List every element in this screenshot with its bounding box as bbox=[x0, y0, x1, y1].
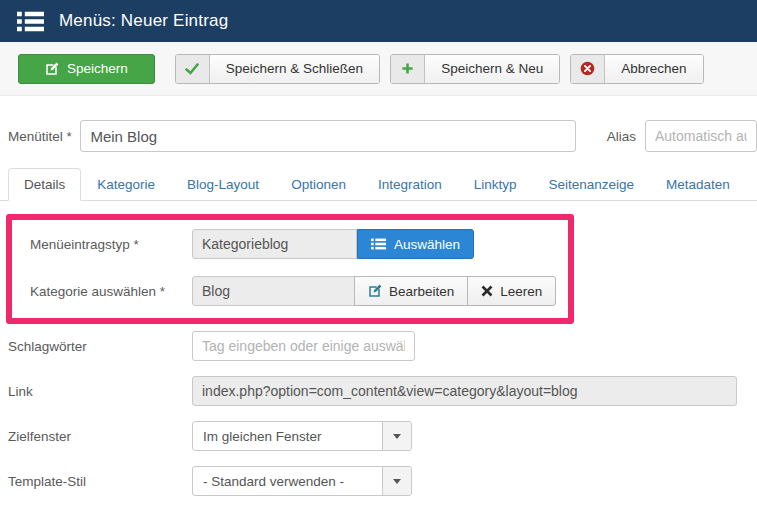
edit-button-label: Bearbeiten bbox=[389, 284, 454, 299]
tags-label: Schlagwörter bbox=[8, 339, 192, 354]
tab-bar: Details Kategorie Blog-Layout Optionen I… bbox=[0, 168, 757, 201]
save-button-label: Speichern bbox=[67, 61, 128, 76]
page-title: Menüs: Neuer Eintrag bbox=[59, 11, 228, 31]
menu-item-type-input bbox=[192, 229, 357, 259]
template-style-value: - Standard verwenden - bbox=[193, 474, 382, 489]
cancel-icon bbox=[571, 55, 605, 83]
menu-title-label: Menütitel * bbox=[8, 129, 80, 144]
tab-metadaten[interactable]: Metadaten bbox=[650, 168, 746, 201]
save-new-label: Speichern & Neu bbox=[425, 55, 559, 83]
menu-item-type-label: Menüeintragstyp * bbox=[30, 237, 192, 252]
menu-item-type-row: Menüeintragstyp * Auswählen bbox=[30, 229, 568, 259]
plus-icon bbox=[391, 55, 425, 83]
save-new-button[interactable]: Speichern & Neu bbox=[390, 54, 560, 84]
template-style-select[interactable]: - Standard verwenden - bbox=[192, 466, 412, 496]
save-close-button[interactable]: Speichern & Schließen bbox=[175, 54, 380, 84]
tab-details[interactable]: Details bbox=[8, 168, 81, 201]
save-close-label: Speichern & Schließen bbox=[210, 55, 379, 83]
template-style-label: Template-Stil bbox=[8, 474, 192, 489]
target-window-select[interactable]: Im gleichen Fenster bbox=[192, 421, 412, 451]
menu-title-input[interactable] bbox=[80, 120, 575, 152]
app-header: Menüs: Neuer Eintrag bbox=[0, 0, 757, 42]
category-label: Kategorie auswählen * bbox=[30, 284, 192, 299]
details-pane: Menüeintragstyp * Auswählen bbox=[0, 214, 757, 496]
tab-optionen[interactable]: Optionen bbox=[275, 168, 362, 201]
alias-label: Alias bbox=[607, 129, 636, 144]
template-style-row: Template-Stil - Standard verwenden - bbox=[0, 466, 757, 496]
save-button[interactable]: Speichern bbox=[18, 54, 155, 84]
link-input bbox=[192, 376, 737, 406]
chevron-down-icon bbox=[382, 467, 411, 495]
link-row: Link bbox=[0, 376, 757, 406]
category-row: Kategorie auswählen * Bearbeiten bbox=[30, 276, 568, 306]
tab-seitenanzeige[interactable]: Seitenanzeige bbox=[533, 168, 651, 201]
clear-category-button[interactable]: Leeren bbox=[467, 276, 556, 306]
target-window-row: Zielfenster Im gleichen Fenster bbox=[0, 421, 757, 451]
highlight-annotation: Menüeintragstyp * Auswählen bbox=[6, 214, 574, 324]
tags-row: Schlagwörter bbox=[0, 331, 757, 361]
check-icon bbox=[176, 55, 210, 83]
tags-input[interactable] bbox=[192, 331, 415, 361]
cancel-button[interactable]: Abbrechen bbox=[570, 54, 703, 84]
toolbar: Speichern Speichern & Schließen Speicher… bbox=[0, 42, 757, 96]
link-label: Link bbox=[8, 384, 192, 399]
menu-title-row: Menütitel * Alias bbox=[0, 120, 757, 152]
select-button-label: Auswählen bbox=[394, 237, 460, 252]
edit-category-button[interactable]: Bearbeiten bbox=[354, 276, 468, 306]
cancel-label: Abbrechen bbox=[605, 55, 702, 83]
select-menu-item-type-button[interactable]: Auswählen bbox=[357, 229, 474, 259]
x-icon bbox=[481, 285, 493, 297]
clear-button-label: Leeren bbox=[500, 284, 542, 299]
edit-pencil-icon bbox=[368, 284, 382, 298]
category-input bbox=[192, 276, 355, 306]
chevron-down-icon bbox=[382, 422, 411, 450]
tab-modulzuweisung[interactable]: Modulzuweisung bbox=[746, 168, 757, 201]
main-content: Menütitel * Alias Details Kategorie Blog… bbox=[0, 120, 757, 496]
list-icon bbox=[371, 238, 386, 250]
tab-blog-layout[interactable]: Blog-Layout bbox=[171, 168, 275, 201]
save-pencil-icon bbox=[45, 62, 59, 76]
tab-integration[interactable]: Integration bbox=[362, 168, 458, 201]
target-window-value: Im gleichen Fenster bbox=[193, 429, 382, 444]
tab-linktyp[interactable]: Linktyp bbox=[458, 168, 533, 201]
alias-input[interactable] bbox=[645, 120, 757, 152]
tab-kategorie[interactable]: Kategorie bbox=[81, 168, 171, 201]
menus-icon bbox=[17, 11, 44, 32]
target-window-label: Zielfenster bbox=[8, 429, 192, 444]
